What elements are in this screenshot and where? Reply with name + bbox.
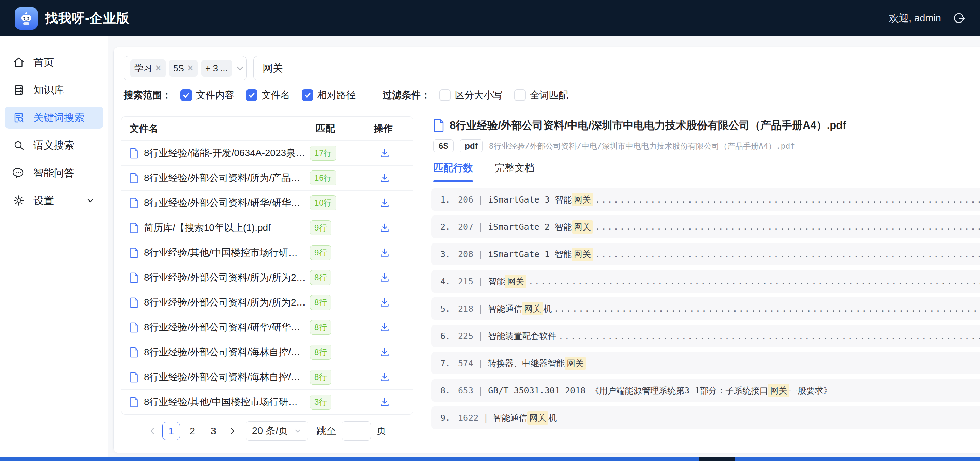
search-input-wrap xyxy=(253,56,980,81)
search-input[interactable] xyxy=(262,62,980,74)
download-button[interactable] xyxy=(364,297,405,308)
download-button[interactable] xyxy=(364,372,405,382)
match-line[interactable]: 9. 1622 | 智能通信 网关 机 xyxy=(431,407,980,429)
content-card: 学习 ✕ 5S ✕ + 3 ... xyxy=(113,47,980,453)
tab-1[interactable]: 完整文档 xyxy=(495,161,535,182)
file-icon xyxy=(433,119,444,132)
download-button[interactable] xyxy=(364,272,405,283)
separator: | xyxy=(478,222,483,232)
tab-0[interactable]: 匹配行数 xyxy=(433,161,473,182)
download-button[interactable] xyxy=(364,322,405,332)
filter-label: 过滤条件： xyxy=(383,89,430,102)
download-button[interactable] xyxy=(364,198,405,208)
scope-label: 搜索范围： xyxy=(124,89,172,102)
match-index: 3. xyxy=(440,249,458,259)
download-button[interactable] xyxy=(364,148,405,158)
remove-tag-icon[interactable]: ✕ xyxy=(155,64,162,73)
scrollbar-thumb[interactable] xyxy=(699,456,735,461)
match-line[interactable]: 7. 574 | 转换器、中继器智能 网关 xyxy=(431,352,980,374)
page-number-1[interactable]: 1 xyxy=(162,422,180,440)
scope-checkbox-1[interactable]: 文件名 xyxy=(246,89,290,102)
table-row[interactable]: 8行业经验/外部公司资料/研华/研华公司简介... 10行 xyxy=(121,190,413,215)
download-button[interactable] xyxy=(364,397,405,407)
scope-checkbox-2[interactable]: 相对路径 xyxy=(302,89,356,102)
app-title: 找我呀-企业版 xyxy=(45,10,130,27)
sidebar-item-4[interactable]: 智能问答 xyxy=(5,162,103,184)
match-line[interactable]: 1. 206 | iSmartGate 3 智能 网关.............… xyxy=(431,188,980,211)
file-name[interactable]: 8行业经验/外部公司资料/研华/研华公司简介... xyxy=(144,321,307,334)
table-row[interactable]: 8行业经验/储能-开发/0634A-2023泉州市燃... 17行 xyxy=(121,140,413,165)
table-row[interactable]: 8行业经验/外部公司资料/研华/研华公司简介... 8行 xyxy=(121,315,413,340)
file-name[interactable]: 8行业经验/外部公司资料/海林自控/海林-EB... xyxy=(144,346,307,359)
file-name[interactable]: 8行业经验/外部公司资料/海林自控/海林-EB... xyxy=(144,370,307,384)
line-text: 智能装置配套软件 xyxy=(488,331,556,342)
highlighted-term: 网关 xyxy=(572,193,593,206)
file-name[interactable]: 8行业经验/外部公司资料/所为/所为2024新... xyxy=(144,271,307,284)
page-number-3[interactable]: 3 xyxy=(205,422,222,440)
checkbox-icon[interactable] xyxy=(514,89,526,101)
table-row[interactable]: 8行业经验/外部公司资料/所为/所为2024新... 8行 xyxy=(121,265,413,290)
match-index: 2. xyxy=(440,222,458,232)
sidebar-item-0[interactable]: 首页 xyxy=(5,51,103,73)
file-name[interactable]: 8行业经验/其他/中国楼控市场行研报告.pdf xyxy=(144,246,307,259)
table-row[interactable]: 8行业经验/其他/中国楼控市场行研报告.pdf 3行 xyxy=(121,389,413,414)
jump-label: 跳至 xyxy=(317,424,336,438)
sidebar-item-5[interactable]: 设置 xyxy=(5,189,103,211)
checkbox-icon[interactable] xyxy=(246,89,258,101)
download-button[interactable] xyxy=(364,173,405,183)
line-number: 1622 xyxy=(458,413,479,423)
highlighted-term: 网关 xyxy=(527,411,548,424)
table-row[interactable]: 8行业经验/外部公司资料/所为/产品手册v5.5.... 16行 xyxy=(121,165,413,190)
more-tags-badge[interactable]: + 3 ... xyxy=(201,60,232,77)
scope-checkbox-0[interactable]: 文件内容 xyxy=(180,89,234,102)
sidebar-item-3[interactable]: 语义搜索 xyxy=(5,134,103,156)
next-page-button[interactable] xyxy=(228,426,237,436)
match-line[interactable]: 4. 215 | 智能 网关..........................… xyxy=(431,270,980,292)
filter-checkbox-0[interactable]: 区分大小写 xyxy=(439,89,503,102)
match-line[interactable]: 6. 225 | 智能装置配套软件.......................… xyxy=(431,324,980,347)
line-number: 207 xyxy=(458,222,473,232)
filter-checkbox-1[interactable]: 全词匹配 xyxy=(514,89,568,102)
file-name[interactable]: 简历库/【搜索10年以上(1).pdf xyxy=(144,221,271,234)
checkbox-icon[interactable] xyxy=(302,89,313,101)
line-text: iSmartGate 3 智能 xyxy=(488,194,572,205)
page-number-2[interactable]: 2 xyxy=(183,422,201,440)
download-button[interactable] xyxy=(364,223,405,233)
file-name[interactable]: 8行业经验/其他/中国楼控市场行研报告.pdf xyxy=(144,396,307,409)
download-button[interactable] xyxy=(364,248,405,258)
match-line[interactable]: 2. 207 | iSmartGate 2 智能 网关.............… xyxy=(431,216,980,238)
file-name[interactable]: 8行业经验/外部公司资料/所为/所为2024新... xyxy=(144,296,307,309)
chevron-down-icon[interactable] xyxy=(235,64,245,73)
match-index: 5. xyxy=(440,304,458,314)
checkbox-icon[interactable] xyxy=(180,89,192,101)
match-line[interactable]: 3. 208 | iSmartGate 1 智能 网关.............… xyxy=(431,243,980,265)
file-name[interactable]: 8行业经验/储能-开发/0634A-2023泉州市燃... xyxy=(144,146,307,160)
sidebar-item-2[interactable]: 关键词搜索 xyxy=(5,107,103,129)
checkbox-icon[interactable] xyxy=(439,89,451,101)
sidebar-item-1[interactable]: 知识库 xyxy=(5,79,103,101)
filetype-badge: pdf xyxy=(460,140,482,153)
table-row[interactable]: 8行业经验/其他/中国楼控市场行研报告.pdf 9行 xyxy=(121,240,413,265)
jump-page-input[interactable] xyxy=(342,421,371,440)
download-button[interactable] xyxy=(364,347,405,357)
keyword-tag-selector[interactable]: 学习 ✕ 5S ✕ + 3 ... xyxy=(124,56,247,81)
prev-page-button[interactable] xyxy=(148,426,157,436)
file-name[interactable]: 8行业经验/外部公司资料/研华/研华公司简介... xyxy=(144,196,307,209)
table-row[interactable]: 8行业经验/外部公司资料/海林自控/海林-EB... 8行 xyxy=(121,340,413,364)
logout-icon[interactable] xyxy=(953,12,965,25)
table-row[interactable]: 简历库/【搜索10年以上(1).pdf 9行 xyxy=(121,215,413,240)
table-row[interactable]: 8行业经验/外部公司资料/海林自控/海林-EB... 8行 xyxy=(121,364,413,389)
file-name[interactable]: 8行业经验/外部公司资料/所为/产品手册v5.5.... xyxy=(144,172,307,184)
file-icon xyxy=(130,397,138,407)
horizontal-scrollbar[interactable] xyxy=(0,456,980,461)
remove-tag-icon[interactable]: ✕ xyxy=(187,64,194,73)
page-size-select[interactable]: 20 条/页 xyxy=(245,421,308,440)
table-row[interactable]: 8行业经验/外部公司资料/所为/所为2024新... 8行 xyxy=(121,290,413,315)
match-line[interactable]: 8. 653 | GB/T 35031.301-2018 《用户端能源管理系统第… xyxy=(431,379,980,402)
separator: | xyxy=(478,331,483,341)
match-line-list: 1. 206 | iSmartGate 3 智能 网关.............… xyxy=(421,182,980,453)
home-icon xyxy=(13,57,25,68)
match-count-badge: 3行 xyxy=(310,394,331,410)
separator: | xyxy=(483,413,488,423)
match-line[interactable]: 5. 218 | 智能通信 网关 机......................… xyxy=(431,297,980,320)
